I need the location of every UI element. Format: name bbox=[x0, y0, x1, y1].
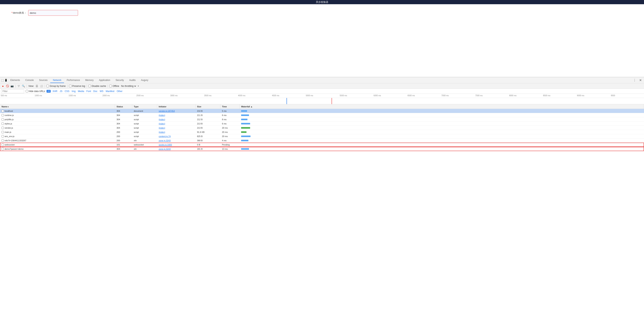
devtools-tab-security[interactable]: Security bbox=[113, 78, 126, 83]
clear-icon[interactable]: 🚫 bbox=[6, 84, 9, 88]
preserve-log-label[interactable]: Preserve log bbox=[69, 85, 85, 88]
filter-img-btn[interactable]: Img bbox=[71, 90, 76, 92]
table-row[interactable]: vendor.js304script(index)213 B20 ms bbox=[0, 126, 644, 130]
row-size: 213 B bbox=[196, 126, 220, 130]
filter-xhr-btn[interactable]: XHR bbox=[52, 90, 58, 92]
device-icon[interactable]: 📱 bbox=[4, 78, 8, 82]
view-label: View: bbox=[28, 85, 34, 88]
row-initiator[interactable]: (index) bbox=[157, 113, 196, 117]
table-row[interactable]: styles.js304script(index)213 B6 ms bbox=[0, 122, 644, 126]
row-checkbox[interactable] bbox=[2, 110, 4, 112]
row-initiator[interactable]: (index) bbox=[157, 130, 196, 134]
table-row[interactable]: runtime.js304script(index)211 B6 ms bbox=[0, 113, 644, 117]
table-row[interactable]: info?t=1564411333267200xhrzone.js:324336… bbox=[0, 138, 644, 143]
row-name: runtime.js bbox=[4, 114, 14, 116]
row-type: script bbox=[132, 126, 157, 130]
row-checkbox[interactable] bbox=[2, 135, 4, 138]
row-checkbox[interactable] bbox=[2, 140, 4, 142]
timeline-blue-line bbox=[286, 98, 287, 104]
throttling-dropdown-arrow[interactable]: ▾ bbox=[138, 85, 139, 87]
disable-cache-checkbox[interactable] bbox=[88, 85, 91, 87]
timeline-label: 3500 ms bbox=[203, 94, 237, 96]
row-checkbox[interactable] bbox=[2, 114, 4, 116]
record-icon[interactable]: ● bbox=[1, 84, 4, 88]
hide-data-urls-checkbox[interactable] bbox=[26, 90, 28, 92]
devtools-tab-audits[interactable]: Audits bbox=[126, 78, 138, 83]
preserve-log-checkbox[interactable] bbox=[69, 85, 72, 87]
row-size: 181 B bbox=[196, 147, 220, 151]
col-initiator[interactable]: Initiator bbox=[157, 104, 196, 109]
group-by-frame-label[interactable]: Group by frame bbox=[46, 85, 66, 88]
row-initiator[interactable]: (index) bbox=[157, 117, 196, 121]
filter-manifest-btn[interactable]: Manifest bbox=[106, 90, 115, 92]
devtools-tab-application[interactable]: Application bbox=[96, 78, 113, 83]
row-initiator[interactable]: content.js:74 bbox=[157, 134, 196, 138]
row-initiator[interactable]: zone.js:3243 bbox=[157, 138, 196, 142]
timeline-bar-area bbox=[0, 98, 644, 104]
col-waterfall[interactable]: Waterfall ▲ bbox=[240, 104, 644, 109]
col-name[interactable]: Name bbox=[0, 104, 115, 109]
view-screenshots-icon[interactable]: ⬜ bbox=[40, 84, 43, 88]
devtools-tab-elements[interactable]: Elements bbox=[8, 78, 22, 83]
offline-label[interactable]: Offline bbox=[109, 85, 119, 88]
row-initiator[interactable]: (index) bbox=[157, 122, 196, 126]
row-status: 200 bbox=[115, 138, 132, 142]
table-row[interactable]: websocket101websocketsockjs.js:16830 BPe… bbox=[0, 143, 644, 147]
timeline-label: 2500 ms bbox=[136, 94, 170, 96]
row-checkbox[interactable] bbox=[2, 144, 4, 146]
disable-cache-label[interactable]: Disable cache bbox=[88, 85, 106, 88]
throttling-select[interactable]: No throttling bbox=[120, 84, 137, 88]
timeline-label: 9500 bbox=[610, 94, 644, 96]
table-row[interactable]: main.js200script(index)91.6 KB20 ms bbox=[0, 130, 644, 134]
search-icon[interactable]: 🔍 bbox=[22, 84, 25, 88]
group-by-frame-checkbox[interactable] bbox=[46, 85, 49, 87]
filter-font-btn[interactable]: Font bbox=[86, 90, 92, 92]
row-checkbox[interactable] bbox=[2, 122, 4, 125]
devtools-tab-memory[interactable]: Memory bbox=[82, 78, 96, 83]
row-checkbox[interactable] bbox=[2, 118, 4, 120]
filter-icon[interactable]: ▽ bbox=[17, 84, 20, 88]
devtools-tab-console[interactable]: Console bbox=[22, 78, 36, 83]
col-status[interactable]: Status bbox=[115, 104, 132, 109]
filter-js-btn[interactable]: JS bbox=[59, 90, 63, 92]
table-row[interactable]: demo?param=demo304xhrzone.js:3243181 B13… bbox=[0, 147, 644, 151]
hide-data-urls-label[interactable]: Hide data URLs bbox=[26, 90, 45, 92]
filter-media-btn[interactable]: Media bbox=[78, 90, 84, 92]
row-checkbox[interactable] bbox=[2, 148, 4, 150]
filter-all-btn[interactable]: All bbox=[46, 90, 50, 92]
devtools-tab-sources[interactable]: Sources bbox=[36, 78, 50, 83]
close-devtools-icon[interactable]: ✕ bbox=[638, 78, 643, 82]
row-initiator[interactable]: vendor.js:187454 bbox=[157, 109, 196, 113]
filter-input[interactable] bbox=[1, 89, 24, 93]
row-status: 304 bbox=[115, 126, 132, 130]
col-type[interactable]: Type bbox=[132, 104, 157, 109]
row-initiator[interactable]: zone.js:3243 bbox=[157, 147, 196, 151]
row-initiator[interactable]: sockjs.js:1683 bbox=[157, 143, 196, 147]
filter-other-btn[interactable]: Other bbox=[116, 90, 123, 92]
timeline-label: 6500 ms bbox=[407, 94, 441, 96]
devtools-tab-performance[interactable]: Performance bbox=[64, 78, 82, 83]
table-row[interactable]: wrs_env.js200scriptcontent.js:74825 B20 … bbox=[0, 134, 644, 138]
col-size[interactable]: Size bbox=[196, 104, 220, 109]
table-row[interactable]: localhost304documentvendor.js:187454210 … bbox=[0, 109, 644, 113]
row-checkbox[interactable] bbox=[2, 127, 4, 129]
devtools-tab-augury[interactable]: Augury bbox=[138, 78, 151, 83]
row-name: localhost bbox=[4, 110, 13, 112]
timeline-label: 500 ms bbox=[0, 94, 34, 96]
camera-icon[interactable]: 📷 bbox=[10, 84, 14, 88]
inspect-icon[interactable]: ⬚ bbox=[1, 78, 4, 82]
col-time[interactable]: Time bbox=[220, 104, 240, 109]
row-initiator[interactable]: (index) bbox=[157, 126, 196, 130]
offline-checkbox[interactable] bbox=[109, 85, 112, 87]
filter-doc-btn[interactable]: Doc bbox=[93, 90, 98, 92]
row-checkbox[interactable] bbox=[2, 131, 4, 133]
timeline-label: 4000 ms bbox=[237, 94, 271, 96]
row-waterfall bbox=[240, 122, 644, 126]
table-row[interactable]: polyfills.js304script(index)212 B8 ms bbox=[0, 117, 644, 122]
devtools-tab-network[interactable]: Network bbox=[50, 78, 64, 83]
more-options-icon[interactable]: ⋮ bbox=[632, 78, 638, 82]
filter-css-btn[interactable]: CSS bbox=[64, 90, 70, 92]
filter-ws-btn[interactable]: WS bbox=[99, 90, 104, 92]
view-list-icon[interactable]: ☰ bbox=[35, 84, 38, 88]
demo-name-input[interactable] bbox=[28, 10, 78, 16]
